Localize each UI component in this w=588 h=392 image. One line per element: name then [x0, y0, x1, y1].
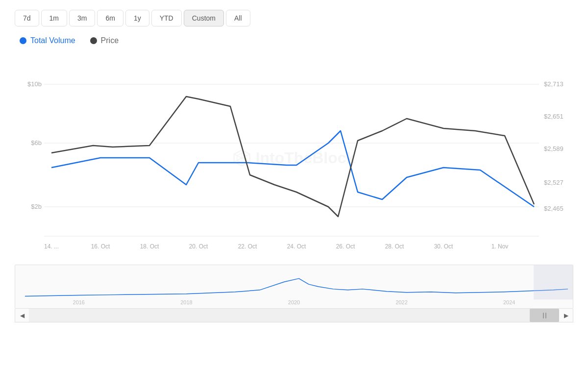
time-range-bar: 7d 1m 3m 6m 1y YTD Custom All [15, 10, 573, 26]
price-dot [90, 37, 97, 44]
volume-dot [20, 37, 26, 44]
volume-label: Total Volume [30, 36, 75, 45]
btn-1y[interactable]: 1y [125, 10, 149, 26]
svg-text:2020: 2020 [288, 299, 300, 305]
btn-all[interactable]: All [226, 10, 250, 26]
legend-price: Price [90, 36, 119, 45]
scroll-left-arrow[interactable]: ◀ [15, 309, 29, 322]
svg-text:$2,465: $2,465 [544, 205, 564, 212]
svg-text:$2,527: $2,527 [544, 179, 564, 186]
svg-text:22. Oct: 22. Oct [238, 243, 257, 250]
main-container: 7d 1m 3m 6m 1y YTD Custom All Total Volu… [0, 0, 588, 392]
svg-text:2018: 2018 [180, 299, 192, 305]
scroll-track[interactable] [29, 309, 559, 322]
scroll-thumb[interactable] [530, 309, 559, 322]
mini-chart-container[interactable]: 2016 2018 2020 2022 2024 [15, 265, 573, 309]
scrollbar[interactable]: ◀ ▶ [15, 309, 573, 322]
svg-text:16. Oct: 16. Oct [91, 243, 110, 250]
scroll-thumb-handle [543, 313, 546, 318]
svg-rect-33 [534, 265, 573, 299]
svg-text:2016: 2016 [73, 299, 85, 305]
svg-text:1. Nov: 1. Nov [491, 243, 509, 250]
btn-custom[interactable]: Custom [184, 10, 224, 26]
svg-text:14. ...: 14. ... [44, 243, 59, 250]
price-label: Price [101, 36, 119, 45]
svg-text:$2,713: $2,713 [544, 80, 564, 88]
legend-volume: Total Volume [20, 36, 75, 45]
btn-7d[interactable]: 7d [15, 10, 39, 26]
svg-text:$2,589: $2,589 [544, 145, 564, 152]
scroll-right-arrow[interactable]: ▶ [559, 309, 573, 322]
svg-text:2024: 2024 [503, 299, 515, 305]
svg-text:26. Oct: 26. Oct [336, 243, 355, 250]
chart-legend: Total Volume Price [15, 36, 573, 45]
main-chart-svg: $10b $6b $2b $2,713 $2,651 $2,589 $2,527… [15, 55, 573, 261]
svg-text:$6b: $6b [31, 139, 42, 147]
btn-1m[interactable]: 1m [41, 10, 67, 26]
svg-text:$10b: $10b [27, 80, 42, 88]
btn-6m[interactable]: 6m [97, 10, 123, 26]
svg-text:28. Oct: 28. Oct [385, 243, 404, 250]
svg-text:24. Oct: 24. Oct [287, 243, 306, 250]
svg-text:$2b: $2b [31, 203, 42, 210]
svg-text:$2,651: $2,651 [544, 113, 564, 120]
btn-3m[interactable]: 3m [69, 10, 95, 26]
svg-text:20. Oct: 20. Oct [189, 243, 208, 250]
mini-chart-svg: 2016 2018 2020 2022 2024 [15, 265, 573, 308]
svg-text:18. Oct: 18. Oct [140, 243, 159, 250]
svg-text:30. Oct: 30. Oct [434, 243, 453, 250]
svg-text:2022: 2022 [395, 299, 407, 305]
main-chart-area: IntoTheBlock $10b $6b $2b $2,713 $2,651 … [15, 55, 573, 261]
btn-ytd[interactable]: YTD [151, 10, 182, 26]
